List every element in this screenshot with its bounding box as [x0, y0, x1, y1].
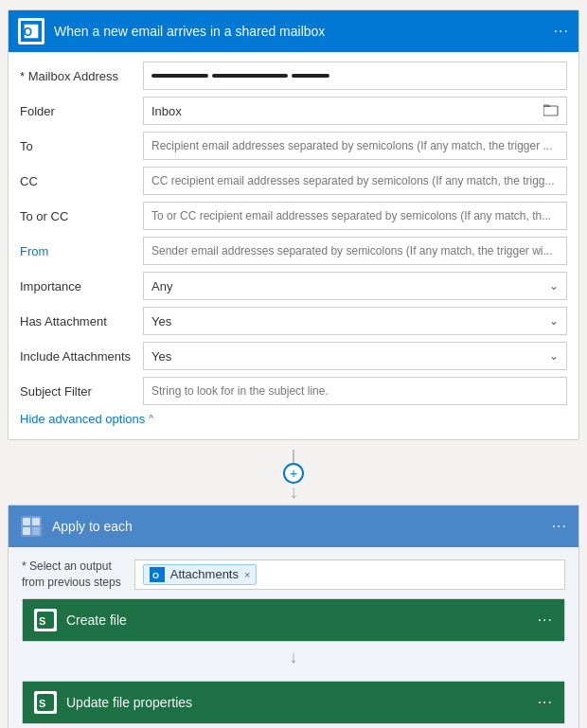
subject-filter-input[interactable] [143, 377, 567, 405]
apply-card-header: Apply to each ··· [9, 506, 578, 547]
include-attachments-value: Yes [151, 349, 549, 364]
sharepoint-icon: S [37, 612, 54, 629]
apply-card-title: Apply to each [52, 519, 133, 534]
importance-value: Any [151, 279, 549, 293]
from-row: From [20, 237, 567, 265]
connector-line-top [293, 450, 294, 463]
update-file-title: Update file properties [66, 695, 192, 710]
trigger-card-header: O When a new email arrives in a shared m… [9, 10, 578, 52]
trigger-card-title: When a new email arrives in a shared mai… [54, 24, 325, 39]
importance-row: Importance Any ⌄ [20, 272, 567, 300]
hide-advanced-button[interactable]: Hide advanced options ^ [20, 412, 567, 426]
select-output-row: * Select an outputfrom previous steps O … [22, 559, 565, 591]
folder-icon [543, 103, 559, 119]
attachment-pill-outlook-icon: O [150, 567, 165, 582]
svg-rect-7 [32, 518, 40, 525]
importance-select[interactable]: Any ⌄ [143, 272, 567, 300]
subject-filter-row: Subject Filter [20, 377, 567, 405]
svg-rect-4 [543, 106, 558, 115]
create-file-header-left: S Create file [34, 609, 127, 631]
subject-filter-label: Subject Filter [20, 384, 143, 399]
mailbox-address-row: * Mailbox Address [20, 62, 567, 90]
sharepoint-update-icon: S [37, 694, 54, 711]
update-file-header: S Update file properties ··· [23, 682, 564, 723]
create-file-card: S Create file ··· [22, 598, 565, 642]
connector-arrow-down: ↓ [289, 482, 298, 501]
folder-label: Folder [20, 104, 143, 118]
hide-advanced-label: Hide advanced options [20, 412, 145, 426]
folder-input[interactable]: Inbox [143, 97, 567, 125]
svg-text:S: S [39, 698, 45, 709]
to-or-cc-input[interactable] [143, 202, 567, 230]
apply-header-left: Apply to each [20, 515, 133, 538]
create-file-more-button[interactable]: ··· [538, 612, 553, 629]
cc-label: CC [20, 174, 143, 188]
apply-card-body: * Select an outputfrom previous steps O … [9, 547, 578, 728]
include-attachments-select[interactable]: Yes ⌄ [143, 342, 567, 370]
has-attachment-label: Has Attachment [20, 314, 143, 328]
cc-row: CC [20, 167, 567, 195]
update-file-icon-box: S [34, 691, 57, 714]
svg-text:S: S [39, 615, 45, 627]
create-file-header: S Create file ··· [23, 599, 564, 641]
to-label: To [20, 139, 143, 153]
attachment-pill-container[interactable]: O Attachments × [134, 559, 565, 590]
attachment-pill-close-button[interactable]: × [244, 569, 250, 580]
attachment-pill-label: Attachments [170, 567, 239, 581]
from-label: From [20, 244, 143, 258]
svg-text:O: O [24, 26, 32, 39]
include-attachments-row: Include Attachments Yes ⌄ [20, 342, 567, 370]
mailbox-address-input[interactable] [143, 62, 567, 90]
create-file-icon-box: S [34, 609, 57, 631]
attachment-pill: O Attachments × [143, 564, 258, 585]
include-attachments-label: Include Attachments [20, 349, 143, 364]
select-output-label: * Select an outputfrom previous steps [22, 559, 121, 591]
hide-advanced-arrow-icon: ^ [149, 414, 153, 424]
has-attachment-chevron-icon: ⌄ [549, 314, 559, 328]
sub-connector: ↓ [22, 642, 565, 673]
apply-more-button[interactable]: ··· [552, 518, 567, 535]
svg-rect-6 [23, 518, 30, 525]
from-input[interactable] [143, 237, 567, 265]
update-file-header-left: S Update file properties [34, 691, 192, 714]
to-input[interactable] [143, 132, 567, 160]
importance-chevron-icon: ⌄ [549, 279, 559, 293]
sub-connector-arrow-icon: ↓ [290, 648, 298, 667]
trigger-more-button[interactable]: ··· [554, 23, 569, 40]
importance-label: Importance [20, 279, 143, 293]
trigger-form-body: * Mailbox Address Folder Inbox To [9, 52, 578, 439]
outlook-icon-box: O [18, 18, 44, 44]
svg-rect-8 [23, 527, 30, 535]
has-attachment-select[interactable]: Yes ⌄ [143, 307, 567, 335]
to-row: To [20, 132, 567, 160]
folder-value: Inbox [151, 104, 543, 118]
to-or-cc-row: To or CC [20, 202, 567, 230]
create-file-title: Create file [66, 613, 127, 628]
apply-to-each-card: Apply to each ··· * Select an outputfrom… [8, 505, 579, 728]
update-file-card: S Update file properties ··· [22, 681, 565, 724]
outlook-icon: O [21, 21, 42, 42]
svg-text:O: O [152, 571, 159, 580]
has-attachment-value: Yes [151, 314, 549, 328]
trigger-card: O When a new email arrives in a shared m… [8, 9, 579, 440]
cc-input[interactable] [143, 167, 567, 195]
update-file-more-button[interactable]: ··· [538, 694, 553, 711]
apply-icon [21, 516, 42, 537]
connector-1: + ↓ [0, 450, 587, 501]
apply-icon-box [20, 515, 43, 538]
mailbox-address-label: * Mailbox Address [20, 69, 143, 83]
include-attachments-chevron-icon: ⌄ [549, 349, 559, 363]
redacted-value [151, 68, 329, 83]
svg-rect-9 [32, 527, 40, 535]
folder-row: Folder Inbox [20, 97, 567, 125]
has-attachment-row: Has Attachment Yes ⌄ [20, 307, 567, 335]
trigger-header-left: O When a new email arrives in a shared m… [18, 18, 325, 44]
to-or-cc-label: To or CC [20, 209, 143, 223]
